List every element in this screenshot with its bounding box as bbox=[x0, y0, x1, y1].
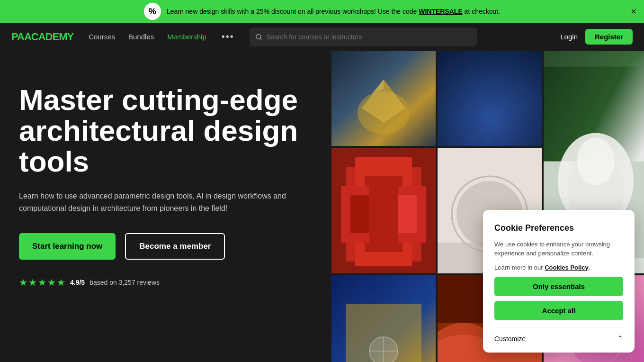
cookie-policy-link[interactable]: Cookies Policy bbox=[545, 264, 588, 271]
image-red-building bbox=[331, 148, 436, 273]
nav-courses[interactable]: Courses bbox=[89, 33, 115, 41]
image-blue-spikes bbox=[438, 51, 542, 146]
search-bar bbox=[250, 27, 477, 46]
cookie-customize-row[interactable]: Customize ⌃ bbox=[494, 327, 623, 343]
start-learning-button[interactable]: Start learning now bbox=[19, 233, 116, 260]
nav-links: Courses Bundles Membership bbox=[89, 33, 206, 41]
hero-buttons: Start learning now Become a member bbox=[19, 233, 313, 260]
nav-right: Login Register bbox=[560, 29, 633, 45]
rating-score: 4.9/5 bbox=[70, 279, 85, 286]
banner-code-link[interactable]: WINTERSALE bbox=[419, 8, 463, 15]
star-2: ★ bbox=[28, 277, 37, 288]
cookie-title: Cookie Preferences bbox=[494, 223, 623, 233]
svg-point-0 bbox=[256, 34, 261, 39]
cookie-accept-button[interactable]: Accept all bbox=[494, 301, 623, 320]
star-4: ★ bbox=[47, 277, 56, 288]
star-1: ★ bbox=[19, 277, 27, 288]
svg-rect-28 bbox=[398, 195, 417, 233]
cookie-modal: Cookie Preferences We use cookies to enh… bbox=[483, 210, 635, 353]
image-gold-building bbox=[331, 51, 436, 146]
rating-stars: ★ ★ ★ ★ ★ bbox=[19, 277, 65, 288]
navbar: PAACADEMY Courses Bundles Membership •••… bbox=[0, 23, 644, 51]
hero-rating: ★ ★ ★ ★ ★ 4.9/5 based on 3,257 reviews bbox=[19, 277, 313, 288]
image-blue-exterior bbox=[331, 275, 436, 362]
search-input[interactable] bbox=[266, 33, 471, 41]
search-icon bbox=[255, 33, 262, 41]
cookie-customize-label: Customize bbox=[494, 335, 526, 343]
cookie-text-2: Learn more in our Cookies Policy. bbox=[494, 263, 623, 272]
register-button[interactable]: Register bbox=[585, 29, 633, 45]
hero-subtitle: Learn how to use advanced parametric des… bbox=[19, 190, 294, 214]
svg-rect-27 bbox=[350, 195, 369, 233]
star-5: ★ bbox=[57, 277, 65, 288]
logo[interactable]: PAACADEMY bbox=[11, 31, 73, 43]
login-button[interactable]: Login bbox=[560, 33, 578, 41]
star-3: ★ bbox=[38, 277, 46, 288]
rating-text: based on 3,257 reviews bbox=[89, 279, 160, 286]
banner-close-button[interactable]: × bbox=[631, 6, 636, 17]
hero-title: Master cutting-edge architectural design… bbox=[19, 84, 313, 177]
nav-bundles[interactable]: Bundles bbox=[128, 33, 154, 41]
cookie-essentials-button[interactable]: Only essentials bbox=[494, 277, 623, 296]
nav-membership[interactable]: Membership bbox=[167, 33, 206, 41]
top-banner: % Learn new design skills with a 25% dis… bbox=[0, 0, 644, 23]
cookie-text-1: We use cookies to enhance your browsing … bbox=[494, 240, 623, 258]
nav-more-button[interactable]: ••• bbox=[222, 31, 234, 42]
become-member-button[interactable]: Become a member bbox=[125, 233, 225, 260]
svg-rect-24 bbox=[365, 176, 402, 252]
chevron-up-icon: ⌃ bbox=[617, 334, 623, 343]
banner-message: Learn new design skills with a 25% disco… bbox=[167, 8, 500, 15]
banner-discount-icon: % bbox=[144, 3, 161, 20]
svg-point-20 bbox=[577, 138, 615, 185]
hero-content: Master cutting-edge architectural design… bbox=[0, 51, 331, 362]
